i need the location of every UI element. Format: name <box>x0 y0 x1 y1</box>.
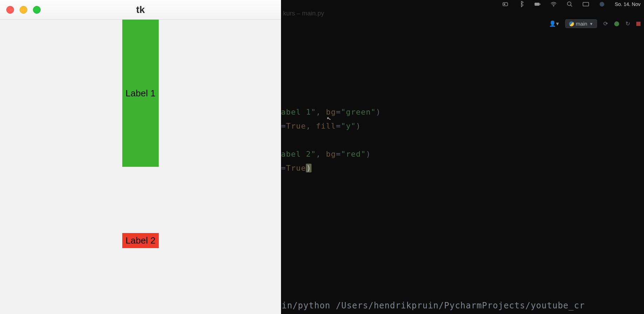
code-token: abel 2" <box>281 150 316 158</box>
python-icon <box>569 21 574 26</box>
svg-point-8 <box>600 2 604 7</box>
menubar-date[interactable]: So. 14. Nov <box>615 1 640 7</box>
ide-tab-hint: kurs – main.py <box>283 10 324 17</box>
siri-icon[interactable] <box>599 1 605 7</box>
code-token: "y" <box>341 122 356 130</box>
run-icon[interactable] <box>614 21 619 26</box>
code-token: fill <box>316 122 336 130</box>
svg-rect-3 <box>540 4 540 5</box>
branch-name: main <box>576 21 588 27</box>
code-token: , <box>316 108 326 116</box>
code-token: abel 1" <box>281 108 316 116</box>
code-editor[interactable]: abel 1", bg="green") =True, fill="y") ab… <box>281 105 644 175</box>
keyboard-icon[interactable] <box>583 1 589 7</box>
svg-point-5 <box>567 2 571 6</box>
debug-refresh-icon[interactable]: ↻ <box>625 20 630 27</box>
ide-toolbar: 👤▾ main ▼ ⟳ ↻ <box>549 19 640 28</box>
code-token-caret: ) <box>306 164 311 172</box>
label-1: Label 1 <box>122 20 159 167</box>
stop-icon[interactable] <box>636 22 640 26</box>
code-token: ) <box>356 122 361 130</box>
tk-window: tk Label 1 Label 2 <box>0 0 281 314</box>
control-center-icon[interactable] <box>502 1 508 7</box>
maximize-icon[interactable] <box>33 6 41 14</box>
code-token: "green" <box>341 108 376 116</box>
label-2: Label 2 <box>122 233 159 248</box>
bluetooth-icon[interactable] <box>518 1 525 7</box>
code-token: ) <box>366 150 371 158</box>
code-token: bg <box>326 108 336 116</box>
chevron-down-icon: ▼ <box>589 22 593 26</box>
svg-point-1 <box>503 4 505 5</box>
code-token: True <box>286 122 306 130</box>
tk-client-area: Label 1 Label 2 <box>0 20 281 314</box>
label2-slot: Label 2 <box>0 167 281 314</box>
label1-slot: Label 1 <box>0 20 281 167</box>
ide-background: So. 14. Nov kurs – main.py 👤▾ main ▼ ⟳ ↻… <box>281 0 644 314</box>
wifi-icon[interactable] <box>550 1 557 7</box>
traffic-lights <box>6 6 41 14</box>
code-token: = <box>281 122 286 130</box>
svg-point-4 <box>553 6 554 7</box>
svg-rect-7 <box>583 2 589 6</box>
search-icon[interactable] <box>567 1 573 7</box>
code-token: = <box>336 108 341 116</box>
minimize-icon[interactable] <box>20 6 27 14</box>
code-token: , <box>306 122 316 130</box>
macos-menubar: So. 14. Nov <box>502 0 644 8</box>
rerun-icon[interactable]: ⟳ <box>603 20 608 27</box>
code-token: , <box>316 150 326 158</box>
code-token: = <box>336 150 341 158</box>
battery-icon[interactable] <box>534 1 541 7</box>
user-icon[interactable]: 👤▾ <box>549 20 559 27</box>
code-token: = <box>281 164 286 172</box>
titlebar[interactable]: tk <box>0 0 281 20</box>
code-token: "red" <box>341 150 366 158</box>
svg-line-6 <box>570 5 572 7</box>
code-token: bg <box>326 150 336 158</box>
svg-rect-2 <box>535 3 540 6</box>
code-token: True <box>286 164 306 172</box>
code-token: ) <box>376 108 381 116</box>
close-icon[interactable] <box>6 6 14 14</box>
run-config-selector[interactable]: main ▼ <box>565 19 597 28</box>
window-title: tk <box>136 4 145 15</box>
terminal-output[interactable]: in/python /Users/hendrikpruin/PycharmPro… <box>282 301 644 310</box>
code-token: = <box>336 122 341 130</box>
